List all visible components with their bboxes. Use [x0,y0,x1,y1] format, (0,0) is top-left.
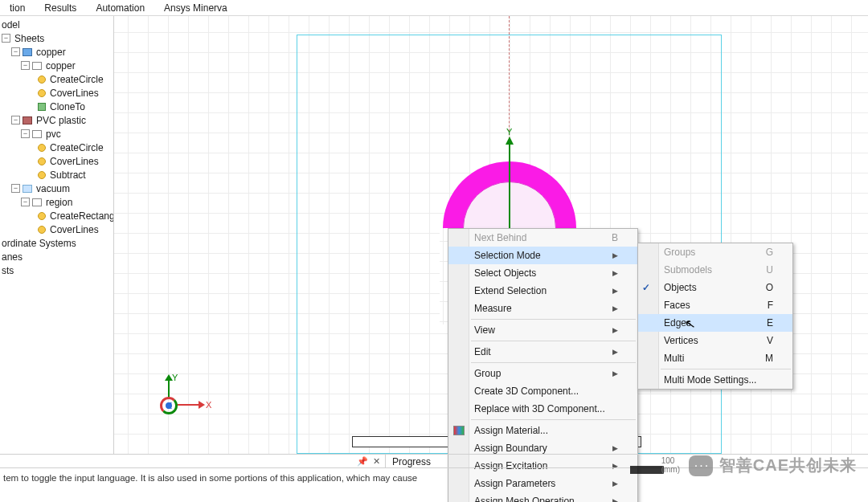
collapse-icon[interactable]: − [11,184,20,193]
tree-row-vacuum-group[interactable]: −vacuum [0,182,113,195]
tree-row-coord[interactable]: ordinate Systems [0,236,113,250]
collapse-icon[interactable]: − [2,34,10,43]
context-menu-label: Submodels [664,264,712,275]
command-icon [38,89,46,97]
y-arrow-icon [506,137,514,145]
tree-row-cmd[interactable]: CreateCircle [0,141,113,154]
collapse-icon[interactable]: − [21,61,30,70]
context-menu-item: GroupsG [638,243,792,261]
watermark: 100 (mm) 智善CAE共创未来 [689,455,857,476]
tree-row-model[interactable]: odel [0,18,113,31]
submenu-arrow-icon: ▶ [612,269,618,277]
context-menu-label: Select Objects [474,267,536,279]
tree-row-sheets[interactable]: −Sheets [0,31,113,45]
menu-item[interactable]: Results [35,1,86,15]
submenu-arrow-icon: ▶ [612,326,618,334]
command-icon [38,157,46,165]
tree-row-cmd[interactable]: Subtract [0,168,113,182]
context-menu-item[interactable]: View▶ [448,321,637,339]
tree-row-cmd[interactable]: CreateCircle [0,72,113,86]
context-menu-item[interactable]: Selection Mode▶ [448,247,637,264]
context-menu-item: Next BehindB [448,229,637,247]
context-menu-label: Measure [474,303,512,314]
context-submenu-selection-mode[interactable]: GroupsGSubmodelsU✓ObjectsOFacesFEdgesEVe… [637,243,793,390]
check-icon: ✓ [642,282,650,293]
context-menu-label: Group [474,368,501,379]
clone-icon [38,103,46,111]
submenu-arrow-icon: ▶ [612,444,618,452]
progress-tab-label[interactable]: Progress [386,455,437,467]
context-menu-label: Edges [664,317,691,329]
command-icon [38,144,46,152]
shortcut-label: V [751,335,773,346]
tree-row-copper-group[interactable]: −copper [0,45,113,59]
object-icon [32,62,42,70]
context-menu-item[interactable]: Extend Selection▶ [448,282,637,300]
context-menu-label: Next Behind [474,232,526,243]
pin-icon[interactable]: 📌 [357,456,368,467]
collapse-icon[interactable]: − [21,198,30,206]
tree-row-planes[interactable]: anes [0,250,113,263]
context-menu-item[interactable]: Replace with 3D Component... [448,400,637,418]
triad-z-label: Z [167,402,172,410]
context-menu-label: View [474,324,495,336]
collapse-icon[interactable]: − [11,47,20,56]
close-icon[interactable]: ✕ [373,456,380,467]
tree-row-lists[interactable]: sts [0,263,113,277]
context-menu-item[interactable]: MultiM [638,349,792,367]
chat-bubble-icon [689,455,713,476]
model-tree-panel: odel −Sheets −copper −copper CreateCircl… [0,16,114,454]
context-menu-label: Multi Mode Settings... [664,374,756,386]
tree-row-pvc-group[interactable]: −PVC plastic [0,113,113,127]
material-icon [453,426,465,435]
context-menu-item[interactable]: Measure▶ [448,300,637,317]
context-menu-item[interactable]: Edit▶ [448,343,637,361]
collapse-icon[interactable]: − [21,129,30,138]
collapse-icon[interactable]: − [11,116,20,124]
submenu-arrow-icon: ▶ [612,369,618,378]
y-axis-icon [509,143,510,229]
context-menu-item[interactable]: EdgesE [638,314,792,332]
context-menu-label: Faces [664,300,690,311]
submenu-arrow-icon: ▶ [612,304,618,312]
menu-item[interactable]: Automation [86,1,154,15]
context-menu-item[interactable]: ✓ObjectsO [638,279,792,296]
shortcut-label: O [750,282,773,293]
axis-triad[interactable]: Y Z X [152,378,208,426]
context-menu-item[interactable]: Group▶ [448,365,637,382]
context-menu-item[interactable]: VerticesV [638,332,792,349]
tree-row-vacuum-obj[interactable]: −region [0,195,113,209]
sheet-icon [23,185,32,193]
menu-item[interactable]: tion [0,1,35,15]
tree-row-cmd[interactable]: CoverLines [0,86,113,100]
tree-row-cmd[interactable]: CreateRectang [0,209,113,222]
object-icon [32,198,42,206]
tree-row-cmd[interactable]: CoverLines [0,154,113,168]
y-axis-label: Y [506,127,512,137]
context-menu-item[interactable]: Multi Mode Settings... [638,371,792,389]
triad-y-label: Y [172,373,178,382]
context-menu-item[interactable]: Create 3D Component... [448,382,637,400]
context-menu-item[interactable]: Select Objects▶ [448,264,637,282]
tree-row-cmd[interactable]: CloneTo [0,100,113,113]
context-menu-label: Multi [664,353,684,364]
command-icon [38,226,46,234]
context-menu-label: Vertices [664,335,698,346]
context-menu-item: SubmodelsU [638,261,792,279]
context-menu-label: Extend Selection [474,285,547,296]
context-menu-label: Objects [664,282,697,293]
sheet-icon [23,48,32,56]
tree-row-copper-obj[interactable]: −copper [0,59,113,72]
scale-label: 100 (mm) [661,456,680,474]
menu-item[interactable]: Ansys Minerva [154,1,237,15]
context-menu-item[interactable]: FacesF [638,296,792,314]
shortcut-label: B [596,232,618,243]
context-menu-item[interactable]: Assign Material... [448,422,637,439]
context-menu-label: Assign Boundary [474,443,547,454]
shortcut-label: F [751,300,773,311]
tree-row-pvc-obj[interactable]: −pvc [0,127,113,141]
command-icon [38,212,46,220]
command-icon [38,76,46,84]
tree-row-cmd[interactable]: CoverLines [0,222,113,236]
command-icon [38,171,46,179]
